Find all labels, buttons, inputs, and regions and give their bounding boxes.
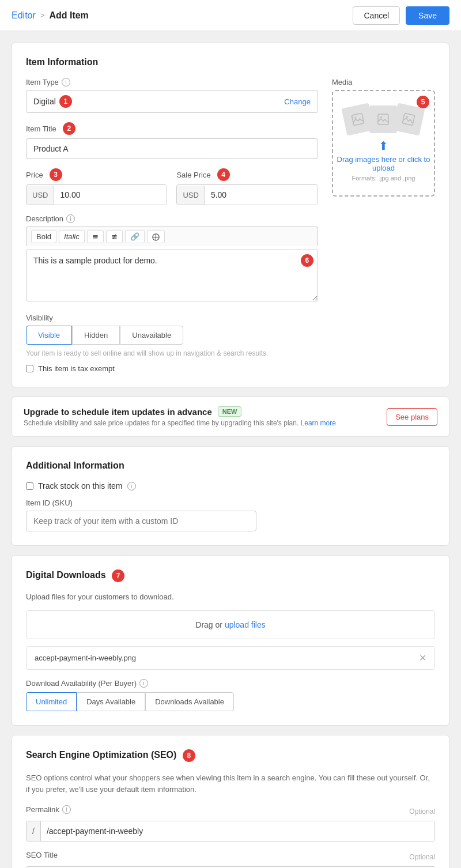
description-label: Description i	[26, 214, 318, 223]
upgrade-title-row: Upgrade to schedule item updates in adva…	[24, 406, 387, 417]
track-stock-info-icon[interactable]: i	[127, 482, 136, 490]
download-availability-buttons: Unlimited Days Available Downloads Avail…	[26, 692, 435, 711]
seo-title-optional: Optional	[409, 853, 435, 861]
dl-days-button[interactable]: Days Available	[77, 692, 145, 711]
additional-info-card: Additional Information Track stock on th…	[12, 446, 449, 546]
description-badge: 6	[301, 254, 313, 267]
tax-exempt-checkbox[interactable]	[26, 365, 33, 372]
price-badge: 3	[50, 168, 62, 181]
item-title-badge: 2	[63, 122, 75, 135]
special-button[interactable]: ⨁	[147, 230, 165, 243]
seo-title-label: SEO Title	[26, 851, 58, 859]
item-type-value: Digital	[33, 97, 56, 106]
visibility-label: Visibility	[26, 314, 435, 322]
dl-unlimited-button[interactable]: Unlimited	[26, 692, 77, 711]
visibility-visible-button[interactable]: Visible	[26, 326, 72, 345]
description-textarea[interactable]: This is a sample product for demo.	[26, 250, 318, 301]
sale-price-label: Sale Price 4	[176, 168, 318, 181]
visibility-section: Visibility Visible Hidden Unavailable Yo…	[26, 314, 435, 357]
media-placeholder-icons	[349, 105, 418, 133]
permalink-input[interactable]	[41, 821, 434, 841]
breadcrumb: Editor > Add Item	[12, 10, 89, 21]
media-badge: 5	[417, 96, 429, 108]
dl-downloads-button[interactable]: Downloads Available	[145, 692, 234, 711]
seo-title: Search Engine Optimization (SEO) 8	[26, 749, 435, 762]
item-info-title: Item Information	[26, 57, 435, 67]
sale-price-badge: 4	[217, 168, 230, 181]
item-type-label: Item Type i	[26, 78, 318, 86]
visibility-buttons: Visible Hidden Unavailable	[26, 326, 435, 345]
permalink-optional: Optional	[409, 807, 435, 816]
svg-rect-0	[352, 113, 364, 125]
upgrade-banner-left: Upgrade to schedule item updates in adva…	[24, 406, 387, 427]
permalink-info-icon[interactable]: i	[62, 805, 71, 814]
item-title-input[interactable]	[26, 138, 318, 159]
drag-upload-box[interactable]: Drag or upload files	[26, 610, 435, 639]
tax-exempt-label[interactable]: This item is tax exempt	[38, 364, 115, 373]
tax-row: This item is tax exempt	[26, 364, 435, 373]
upgrade-banner: Upgrade to schedule item updates in adva…	[12, 397, 449, 437]
svg-point-5	[406, 116, 409, 118]
visibility-unavailable-button[interactable]: Unavailable	[120, 326, 183, 345]
sku-label: Item ID (SKU)	[26, 499, 435, 507]
item-type-info-icon[interactable]: i	[62, 78, 70, 86]
upload-files-link[interactable]: upload files	[225, 620, 266, 629]
upgrade-desc: Schedule visibility and sale price updat…	[24, 419, 387, 427]
digital-downloads-desc: Upload files for your customers to downl…	[26, 592, 435, 601]
price-label: Price 3	[26, 168, 167, 181]
item-type-badge: 1	[59, 95, 72, 108]
item-type-box: Digital 1 Change	[26, 90, 318, 113]
sale-price-input[interactable]	[205, 185, 318, 205]
ordered-list-button[interactable]: ≢	[106, 230, 123, 243]
sale-price-currency: USD	[177, 186, 205, 205]
media-label: Media	[332, 78, 435, 86]
seo-badge: 8	[183, 749, 195, 762]
svg-rect-2	[378, 114, 388, 124]
change-item-type-button[interactable]: Change	[284, 97, 311, 106]
media-upload-text: Drag images here or click to upload	[333, 155, 434, 172]
save-button[interactable]: Save	[406, 6, 449, 25]
description-info-icon[interactable]: i	[66, 214, 75, 223]
item-title-label: Item Title 2	[26, 122, 318, 135]
visibility-hidden-button[interactable]: Hidden	[72, 326, 120, 345]
permalink-slash: /	[27, 821, 41, 841]
bold-button[interactable]: Bold	[31, 230, 56, 243]
upload-arrow-icon: ⬆	[379, 139, 388, 153]
top-bar: Editor > Add Item Cancel Save	[0, 0, 461, 31]
seo-description: SEO options control what your shoppers s…	[26, 772, 435, 795]
sale-price-input-wrap: USD	[176, 184, 318, 205]
learn-more-link[interactable]: Learn more	[301, 419, 336, 427]
media-upload-box[interactable]: 5 ⬆ Drag images here or click to up	[332, 90, 435, 197]
additional-info-title: Additional Information	[26, 461, 435, 471]
cancel-button[interactable]: Cancel	[353, 6, 400, 25]
media-upload-hint: Formats: .jpg and .png	[352, 175, 415, 182]
link-button[interactable]: 🔗	[125, 230, 145, 243]
see-plans-button[interactable]: See plans	[387, 408, 437, 426]
digital-downloads-badge: 7	[112, 569, 124, 582]
track-stock-label[interactable]: Track stock on this item	[38, 481, 123, 490]
track-stock-checkbox[interactable]	[26, 482, 33, 490]
uploaded-file-row: accept-payment-in-weebly.png ✕	[26, 646, 435, 670]
description-toolbar: Bold Italic ≣ ≢ 🔗 ⨁	[26, 227, 318, 246]
editor-link[interactable]: Editor	[12, 10, 36, 21]
new-badge: NEW	[218, 406, 242, 417]
remove-file-button[interactable]: ✕	[419, 652, 426, 663]
track-stock-row: Track stock on this item i	[26, 481, 435, 490]
unordered-list-button[interactable]: ≣	[87, 230, 104, 243]
svg-point-3	[380, 116, 382, 118]
page-title: Add Item	[49, 10, 88, 21]
download-avail-info-icon[interactable]: i	[139, 679, 148, 688]
uploaded-file-name: accept-payment-in-weebly.png	[35, 654, 136, 662]
price-currency: USD	[27, 186, 54, 205]
digital-downloads-card: Digital Downloads 7 Upload files for you…	[12, 555, 449, 726]
digital-downloads-title: Digital Downloads 7	[26, 569, 435, 582]
price-input[interactable]	[54, 185, 167, 205]
svg-point-1	[355, 116, 357, 119]
sku-input[interactable]	[26, 511, 256, 531]
upgrade-title: Upgrade to schedule item updates in adva…	[24, 407, 212, 417]
permalink-label: Permalink i	[26, 805, 71, 814]
top-bar-actions: Cancel Save	[353, 6, 449, 25]
italic-button[interactable]: Italic	[59, 230, 85, 243]
item-information-card: Item Information Item Type i Digital 1 C…	[12, 43, 449, 387]
breadcrumb-separator: >	[40, 11, 45, 20]
